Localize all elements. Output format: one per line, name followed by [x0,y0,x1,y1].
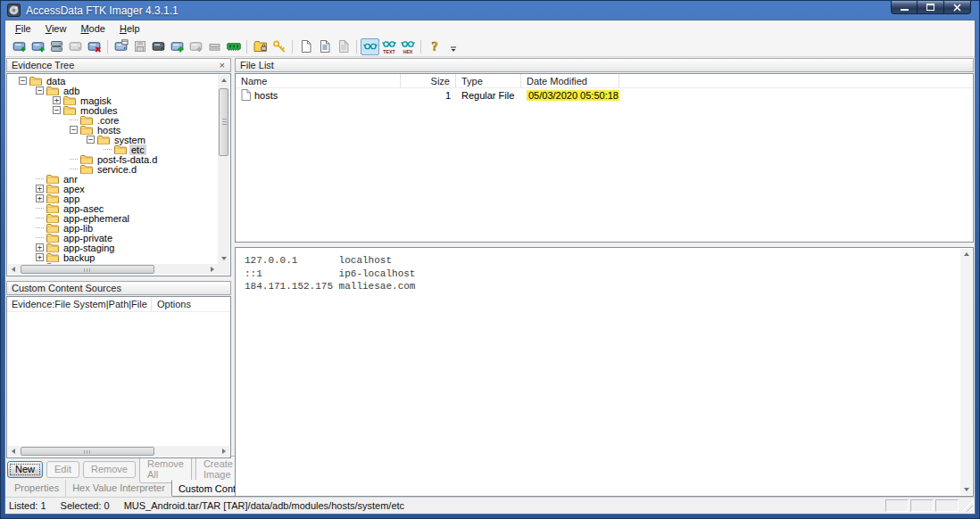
add-to-custom-content-image-button[interactable] [168,38,187,55]
obtain-protected-files-button[interactable] [251,38,270,55]
expander-plus-icon[interactable]: + [53,96,61,104]
view-hex-icon: HEX [401,39,415,54]
column-header-size[interactable]: Size [401,74,456,87]
column-header-options[interactable]: Options [152,299,191,309]
capture-memory-icon [227,39,241,54]
expander-plus-icon[interactable]: + [36,194,44,202]
right-panel: File List NameSizeTypeDate Modified host… [235,58,974,497]
ccs-horizontal-scrollbar[interactable] [8,446,229,457]
tree-node-system[interactable]: −system [8,135,218,144]
column-header-evidence-path[interactable]: Evidence:File System|Path|File [7,297,152,311]
tree-node-data[interactable]: −data [8,76,218,86]
tree-node-adb[interactable]: −adb [8,86,218,95]
evidence-tree-title: Evidence Tree [12,60,74,70]
menu-help[interactable]: Help [112,21,147,37]
expander-minus-icon[interactable]: − [87,136,95,144]
left-panel: Evidence Tree × −data−adb+magisk−modules… [6,58,231,497]
tree-node-anr[interactable]: anr [8,174,218,184]
expander-plus-icon[interactable]: + [36,243,44,251]
remove-evidence-item-button [66,38,85,55]
title-bar: AccessData FTK Imager 4.3.1.1 [1,1,979,20]
menu-file[interactable]: File [8,21,38,37]
export-logical-image-button[interactable] [149,38,168,55]
remove-all-evidence-items-button[interactable] [85,38,104,55]
tree-node-.core[interactable]: .core [8,115,218,125]
tree-node-modules[interactable]: −modules [8,105,218,115]
detect-efs-encryption-button[interactable] [270,38,288,55]
close-button[interactable] [944,1,971,14]
tree-node-app[interactable]: +app [8,194,218,203]
tree-node-magisk[interactable]: +magisk [8,95,218,105]
file-size-cell: 1 [401,90,456,101]
column-header-type[interactable]: Type [456,74,521,87]
menu-view[interactable]: View [38,21,74,37]
tree-hscroll-thumb[interactable] [21,265,154,274]
tree-node-service.d[interactable]: service.d [8,164,218,174]
pane-close-icon[interactable]: × [219,61,226,70]
view-hex-button[interactable]: HEX [398,38,417,55]
scroll-left-icon [12,267,15,272]
tree-node-hosts[interactable]: −hosts [8,125,218,135]
export-logical-image-icon [152,39,166,54]
expander-plus-icon[interactable]: + [36,185,44,193]
viewer-vertical-scrollbar[interactable] [960,249,972,495]
export-files-button[interactable] [296,38,315,55]
tree-node-app-lib[interactable]: app-lib [8,223,218,233]
tree-vertical-scrollbar[interactable] [218,75,229,264]
export-file-hash-list-button[interactable] [315,38,334,55]
tree-node-etc[interactable]: etc [8,144,218,154]
help-button[interactable]: ? [425,38,444,55]
main-content: Evidence Tree × −data−adb+magisk−modules… [5,57,975,497]
tree-node-post-fs-data.d[interactable]: post-fs-data.d [8,154,218,164]
tree-scroll-thumb[interactable] [219,88,228,156]
expander-plus-icon[interactable]: + [36,253,44,261]
maximize-button[interactable] [918,1,944,14]
bottom-tab-bar: PropertiesHex Value InterpreterCustom Co… [6,480,231,497]
export-disk-image-icon [133,39,147,54]
image-mounting-button[interactable] [47,38,66,55]
folder-icon [63,105,76,115]
add-evidence-item-button[interactable] [10,38,29,55]
tree-connector [36,218,44,218]
scroll-left-icon [12,449,15,454]
minimize-button[interactable] [891,1,918,14]
tab-hex-value-interpreter[interactable]: Hex Value Interpreter [65,480,171,497]
resize-grip[interactable] [961,500,973,512]
view-text-icon: TEXT [382,39,396,54]
toolbar-overflow-button[interactable] [444,38,462,55]
view-automatic-button[interactable] [361,38,379,55]
file-type-cell: Regular File [456,90,521,101]
column-header-date-modified[interactable]: Date Modified [521,74,619,87]
tree-node-app-staging[interactable]: +app-staging [8,243,218,252]
file-row-hosts[interactable]: hosts1Regular File05/03/2020 05:50:18 [236,88,973,102]
folder-icon [80,164,93,174]
ccs-hscroll-thumb[interactable] [21,447,154,456]
folder-icon [46,233,59,243]
scroll-down-icon [221,257,227,260]
content-viewer: 127.0.0.1 localhost ::1 ip6-localhost 18… [235,247,974,497]
create-disk-image-button[interactable] [112,38,130,55]
tree-node-app-private[interactable]: app-private [8,233,218,243]
menu-mode[interactable]: Mode [73,21,112,37]
tree-node-apex[interactable]: +apex [8,184,218,194]
capture-memory-button[interactable] [224,38,243,55]
add-all-attached-devices-button[interactable] [29,38,47,55]
tree-node-backup[interactable]: +backup [8,252,218,262]
view-text-button[interactable]: TEXT [379,38,398,55]
expander-minus-icon[interactable]: − [36,86,44,95]
scroll-right-icon [211,267,214,272]
edit-button: Edit [46,461,79,478]
tree-node-app-ephemeral[interactable]: app-ephemeral [8,213,218,223]
remove-button: Remove [83,461,136,478]
tree-node-app-asec[interactable]: app-asec [8,203,218,213]
expander-minus-icon[interactable]: − [19,77,27,85]
new-button[interactable]: New [7,461,43,478]
tab-properties[interactable]: Properties [8,480,65,497]
tree-horizontal-scrollbar[interactable] [8,264,218,275]
expander-minus-icon[interactable]: − [70,126,78,134]
folder-icon [46,194,59,203]
expander-minus-icon[interactable]: − [53,106,61,114]
svg-text:?: ? [431,39,437,54]
tree-connector [70,169,78,169]
column-header-name[interactable]: Name [236,74,401,87]
